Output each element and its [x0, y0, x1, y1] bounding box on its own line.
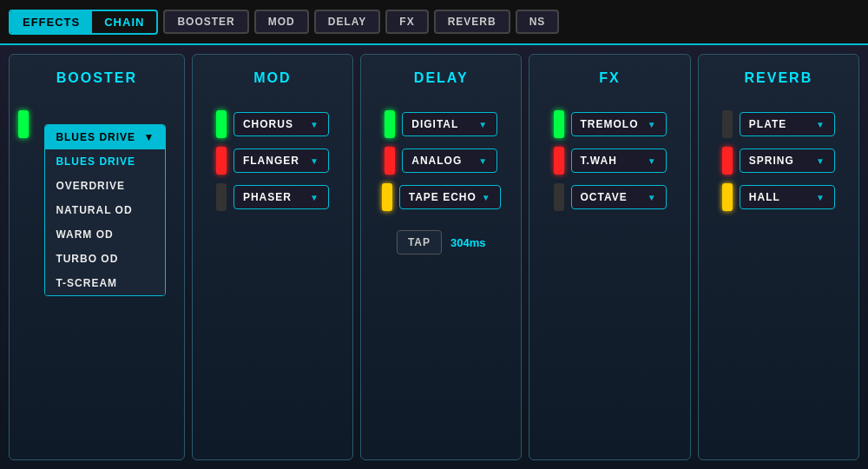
- reverb-panel: REVERB PLATE ▼ SPRING ▼ HALL ▼: [698, 54, 859, 460]
- fx-select-0[interactable]: TREMOLO ▼: [571, 112, 667, 136]
- mod-panel: MOD CHORUS ▼ FLANGER ▼ PHASER ▼: [192, 54, 353, 460]
- reverb-led-1: [722, 147, 733, 175]
- fx-arrow-0: ▼: [648, 120, 657, 129]
- reverb-select-2[interactable]: HALL ▼: [740, 185, 835, 209]
- fx-title: FX: [599, 70, 620, 86]
- booster-led: [18, 110, 29, 138]
- booster-selected-label: BLUES DRIVE: [56, 131, 135, 143]
- fx-label-0: TREMOLO: [581, 118, 639, 130]
- fx-panel: FX TREMOLO ▼ T.WAH ▼ OCTAVE ▼: [529, 54, 690, 460]
- delay-select-1[interactable]: ANALOG ▼: [402, 149, 497, 173]
- fx-select-1[interactable]: T.WAH ▼: [571, 149, 667, 173]
- booster-option-overdrive[interactable]: OVERDRIVE: [45, 174, 165, 198]
- mod-row-2: PHASER ▼: [201, 183, 344, 211]
- delay-arrow-2: ▼: [482, 193, 491, 202]
- reverb-arrow-1: ▼: [816, 156, 825, 166]
- delay-label-2: TAPE ECHO: [409, 191, 477, 203]
- reverb-led-2: [722, 183, 733, 211]
- delay-select-0[interactable]: DIGITAL ▼: [402, 112, 497, 136]
- reverb-title: REVERB: [745, 70, 813, 86]
- fx-label-2: OCTAVE: [581, 191, 628, 203]
- booster-option-turbo-od[interactable]: TURBO OD: [45, 247, 165, 271]
- delay-label-1: ANALOG: [411, 155, 462, 167]
- booster-option-blues-drive[interactable]: BLUES DRIVE: [45, 149, 165, 174]
- delay-led-0: [385, 110, 395, 138]
- fx-arrow-1: ▼: [648, 156, 657, 166]
- tap-button[interactable]: TAP: [397, 230, 442, 254]
- reverb-label-1: SPRING: [749, 155, 794, 167]
- reverb-select-0[interactable]: PLATE ▼: [740, 112, 835, 136]
- mod-row-0: CHORUS ▼: [201, 110, 344, 138]
- mod-row-1: FLANGER ▼: [201, 147, 344, 175]
- effects-tab[interactable]: EFFECTS: [10, 11, 92, 33]
- delay-tab[interactable]: DELAY: [314, 10, 381, 34]
- mod-tab[interactable]: MOD: [254, 10, 309, 34]
- fx-row-2: OCTAVE ▼: [538, 183, 681, 211]
- fx-row-1: T.WAH ▼: [538, 147, 681, 175]
- mod-label-1: FLANGER: [243, 155, 299, 167]
- reverb-row-1: SPRING ▼: [707, 147, 850, 175]
- reverb-led-0: [722, 110, 733, 138]
- delay-arrow-1: ▼: [478, 156, 488, 166]
- mod-led-0: [216, 110, 227, 138]
- fx-led-0: [554, 110, 564, 138]
- fx-tab[interactable]: FX: [385, 10, 428, 34]
- booster-dropdown[interactable]: BLUES DRIVE ▼ BLUES DRIVE OVERDRIVE NATU…: [44, 124, 166, 296]
- reverb-tab[interactable]: REVERB: [434, 10, 510, 34]
- delay-led-2: [382, 183, 392, 211]
- booster-option-t-scream[interactable]: T-SCREAM: [45, 271, 165, 295]
- fx-row-0: TREMOLO ▼: [538, 110, 681, 138]
- tap-section: TAP 304ms: [397, 230, 486, 254]
- booster-row: BLUES DRIVE ▼ BLUES DRIVE OVERDRIVE NATU…: [18, 110, 175, 138]
- fx-led-2: [554, 183, 564, 211]
- mod-arrow-1: ▼: [310, 156, 319, 166]
- mod-led-1: [216, 147, 227, 175]
- ns-tab[interactable]: NS: [516, 10, 560, 34]
- reverb-label-2: HALL: [749, 191, 780, 203]
- booster-title: BOOSTER: [56, 70, 137, 86]
- top-nav: EFFECTS CHAIN BOOSTER MOD DELAY FX REVER…: [0, 0, 868, 45]
- booster-arrow-icon: ▼: [143, 131, 155, 143]
- mod-title: MOD: [253, 70, 291, 86]
- mod-led-2: [216, 183, 227, 211]
- fx-select-2[interactable]: OCTAVE ▼: [571, 185, 667, 209]
- booster-option-natural-od[interactable]: NATURAL OD: [45, 198, 165, 222]
- fx-arrow-2: ▼: [648, 193, 657, 202]
- reverb-row-0: PLATE ▼: [707, 110, 850, 138]
- delay-title: DELAY: [414, 70, 469, 86]
- mod-select-2[interactable]: PHASER ▼: [233, 185, 329, 209]
- tap-value: 304ms: [450, 236, 485, 249]
- reverb-arrow-2: ▼: [816, 193, 825, 202]
- delay-select-2[interactable]: TAPE ECHO ▼: [399, 185, 501, 209]
- mod-select-1[interactable]: FLANGER ▼: [233, 149, 329, 173]
- reverb-row-2: HALL ▼: [707, 183, 850, 211]
- booster-tab[interactable]: BOOSTER: [163, 10, 248, 34]
- chain-tab[interactable]: CHAIN: [92, 11, 156, 33]
- booster-panel: BOOSTER BLUES DRIVE ▼ BLUES DRIVE OVERDR…: [9, 54, 185, 460]
- reverb-arrow-0: ▼: [816, 120, 825, 129]
- mod-arrow-0: ▼: [310, 120, 319, 129]
- mod-select-0[interactable]: CHORUS ▼: [233, 112, 329, 136]
- mod-label-2: PHASER: [243, 191, 292, 203]
- booster-selected[interactable]: BLUES DRIVE ▼: [45, 125, 165, 149]
- delay-led-1: [385, 147, 395, 175]
- booster-option-warm-od[interactable]: WARM OD: [45, 222, 165, 247]
- reverb-select-1[interactable]: SPRING ▼: [740, 149, 835, 173]
- fx-led-1: [554, 147, 564, 175]
- effects-chain-group: EFFECTS CHAIN: [9, 10, 158, 35]
- delay-row-2: TAPE ECHO ▼: [370, 183, 512, 211]
- reverb-label-0: PLATE: [749, 118, 786, 130]
- app-wrapper: EFFECTS CHAIN BOOSTER MOD DELAY FX REVER…: [0, 0, 868, 469]
- delay-arrow-0: ▼: [478, 120, 488, 129]
- mod-label-0: CHORUS: [243, 118, 293, 130]
- main-content: BOOSTER BLUES DRIVE ▼ BLUES DRIVE OVERDR…: [0, 45, 868, 469]
- delay-row-0: DIGITAL ▼: [370, 110, 512, 138]
- delay-panel: DELAY DIGITAL ▼ ANALOG ▼ TAPE ECHO: [360, 54, 522, 460]
- delay-row-1: ANALOG ▼: [370, 147, 512, 175]
- delay-label-0: DIGITAL: [411, 118, 458, 130]
- mod-arrow-2: ▼: [310, 193, 319, 202]
- fx-label-1: T.WAH: [581, 155, 617, 167]
